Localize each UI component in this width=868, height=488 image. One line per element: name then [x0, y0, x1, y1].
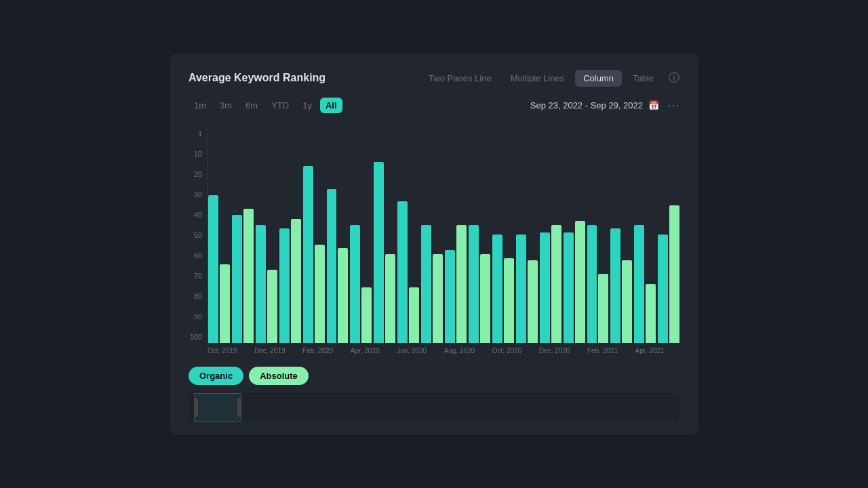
x-label: [620, 347, 633, 354]
chart-inner: Oct, 2019Dec, 2019Feb, 2020Apr, 2020Jun,…: [208, 124, 679, 354]
bar-teal: [469, 225, 479, 343]
time-1m[interactable]: 1m: [189, 98, 212, 113]
bar-green: [385, 254, 395, 343]
bar-teal: [374, 162, 384, 343]
x-label: Dec, 2020: [539, 347, 570, 354]
bar-group: [350, 225, 372, 343]
bar-green: [669, 205, 679, 343]
y-label: 50: [189, 231, 202, 239]
bar-green: [480, 254, 490, 343]
y-label: 80: [189, 292, 202, 300]
bar-green: [646, 284, 656, 343]
y-label: 20: [189, 170, 202, 178]
tab-column[interactable]: Column: [575, 70, 622, 87]
bar-green: [622, 260, 632, 343]
bar-group: [658, 205, 679, 343]
bar-teal: [327, 189, 337, 342]
x-label: [572, 347, 585, 354]
chart-area: 1 10 20 30 40 50 60 70 80 90 100 Oct, 20…: [189, 124, 679, 354]
controls-row: 1m 3m 6m YTD 1y All Sep 23, 2022 - Sep 2…: [189, 98, 679, 113]
bar-green: [338, 248, 348, 342]
y-label: 60: [189, 251, 202, 260]
x-label: [477, 347, 490, 354]
bar-group: [540, 225, 561, 343]
mini-handle-right[interactable]: [237, 398, 241, 417]
bars-container: [208, 124, 679, 343]
bar-green: [575, 221, 585, 343]
bar-green: [315, 245, 325, 343]
bar-teal: [303, 166, 313, 343]
time-6m[interactable]: 6m: [240, 98, 263, 113]
tab-table[interactable]: Table: [625, 70, 662, 87]
card-header: Average Keyword Ranking Two Panes Line M…: [189, 70, 679, 87]
mini-selection: [194, 393, 241, 422]
bar-group: [564, 221, 585, 343]
bar-teal: [634, 225, 644, 343]
bar-group: [327, 189, 349, 342]
bar-teal: [208, 195, 218, 343]
bar-teal: [658, 235, 668, 343]
time-all[interactable]: All: [320, 98, 342, 113]
bar-green: [598, 274, 608, 343]
bar-group: [587, 225, 609, 343]
y-axis: 1 10 20 30 40 50 60 70 80 90 100: [189, 124, 208, 354]
bar-green: [361, 287, 372, 342]
bar-group: [469, 225, 490, 343]
x-label: Feb, 2021: [587, 347, 618, 354]
bar-group: [445, 225, 467, 343]
bar-teal: [232, 215, 242, 343]
bar-group: [279, 219, 301, 343]
x-label: [524, 347, 537, 354]
bar-green: [220, 264, 230, 343]
bar-group: [208, 195, 230, 343]
bar-group: [516, 235, 538, 343]
x-axis: Oct, 2019Dec, 2019Feb, 2020Apr, 2020Jun,…: [208, 343, 679, 354]
bar-teal: [445, 250, 455, 342]
time-1y[interactable]: 1y: [297, 98, 317, 113]
bar-teal: [279, 228, 290, 342]
bar-teal: [610, 228, 620, 342]
more-options-icon[interactable]: ⋯: [667, 98, 679, 113]
x-label: [239, 347, 252, 354]
y-label: 10: [189, 150, 202, 158]
calendar-icon[interactable]: 📅: [648, 100, 659, 110]
y-label: 100: [189, 333, 202, 341]
x-label: Dec, 2019: [254, 347, 285, 354]
bar-green: [528, 260, 538, 343]
main-card: Average Keyword Ranking Two Panes Line M…: [170, 54, 698, 435]
x-label: [288, 347, 301, 354]
date-range: Sep 23, 2022 - Sep 29, 2022 📅 ⋯: [530, 98, 679, 113]
x-label: [335, 347, 349, 354]
card-title: Average Keyword Ranking: [189, 72, 326, 84]
x-label: Oct, 2020: [492, 347, 521, 354]
bar-teal: [421, 225, 431, 343]
bar-group: [610, 228, 632, 342]
x-label: [429, 347, 442, 354]
bar-group: [303, 166, 325, 343]
bar-teal: [492, 235, 502, 343]
x-label: Feb, 2020: [302, 347, 333, 354]
organic-button[interactable]: Organic: [189, 367, 243, 385]
bar-group: [634, 225, 656, 343]
time-ytd[interactable]: YTD: [266, 98, 294, 113]
x-label: [666, 347, 679, 354]
y-label: 1: [189, 129, 202, 138]
bar-group: [256, 225, 277, 343]
tab-multiple-lines[interactable]: Multiple Lines: [502, 70, 573, 87]
mini-handle-left[interactable]: [194, 398, 198, 417]
help-icon[interactable]: ⓘ: [669, 71, 679, 85]
bar-green: [243, 209, 254, 342]
absolute-button[interactable]: Absolute: [249, 367, 309, 385]
bar-teal: [587, 225, 597, 343]
bar-group: [232, 209, 254, 342]
time-3m[interactable]: 3m: [214, 98, 237, 113]
y-label: 30: [189, 190, 202, 199]
bar-teal: [516, 235, 526, 343]
bar-teal: [350, 225, 360, 343]
bar-green: [267, 270, 277, 342]
y-label: 90: [189, 312, 202, 321]
date-range-text: Sep 23, 2022 - Sep 29, 2022: [530, 100, 643, 110]
tab-two-panes-line[interactable]: Two Panes Line: [420, 70, 500, 87]
y-label: 40: [189, 211, 202, 219]
time-filters: 1m 3m 6m YTD 1y All: [189, 98, 342, 113]
